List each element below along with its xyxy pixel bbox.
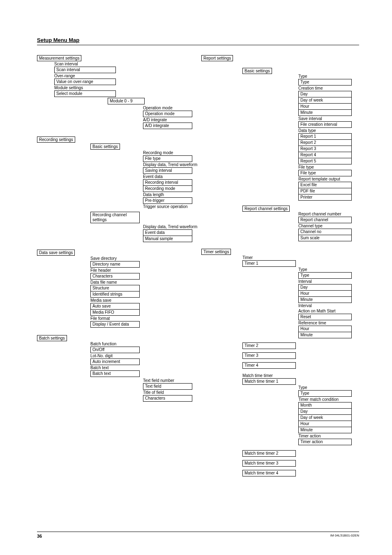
r-hour-box: Hour — [298, 104, 352, 110]
rch-no-box: Channel no — [298, 229, 352, 235]
r3-box: Report 3 — [298, 146, 352, 152]
t-action-label: Action on Math Start — [298, 308, 357, 314]
recording-basic-box: Basic settings — [90, 143, 120, 150]
t-type-label: Type — [298, 267, 357, 272]
t1-items: Type Type Interval Day Hour Minute Inter… — [298, 267, 357, 338]
timer-label: Timer — [242, 255, 357, 260]
r-saveint-label: Save interval — [298, 116, 357, 121]
recording-items: Recording mode File type Display data, T… — [143, 150, 201, 209]
report-basic-box: Basic settings — [242, 68, 272, 74]
t1-box: Timer 1 — [242, 260, 296, 267]
batch-items: Batch function On/Off Lot-No. digit Auto… — [90, 341, 201, 377]
m-action-label: Timer action — [298, 433, 357, 439]
m-dow-box: Day of week — [298, 415, 352, 421]
measurement-block: Scan interval Scan interval Over-range V… — [54, 61, 201, 97]
right-column: Report settings Basic settings Type Type… — [201, 55, 357, 476]
r5-box: Report 5 — [298, 158, 352, 164]
ch-disp-trend-label: Display data, Trend waveform — [143, 224, 201, 229]
recording-basic-wrap: Basic settings — [90, 144, 201, 149]
batch-fn-label: Batch function — [90, 341, 201, 347]
txt-field-box: Text field — [143, 383, 192, 390]
over-range-label: Over-range — [54, 73, 201, 79]
ident-box: Identified strings — [90, 291, 140, 298]
event-label: Event data — [143, 174, 201, 179]
m-month-box: Month — [298, 402, 352, 409]
r-ft-box: File type — [298, 170, 352, 176]
t-minute2-box: Minute — [298, 332, 352, 338]
ad-box: A/D integrate — [143, 123, 192, 129]
r-rto-label: Report template output — [298, 176, 357, 182]
save-int-box: Saving interval — [143, 167, 192, 174]
rec-int-box: Recording interval — [143, 179, 192, 186]
module-settings-label: Module settings — [54, 85, 201, 90]
columns: Measurement settings Scan interval Scan … — [37, 55, 359, 476]
characters-box: Characters — [90, 273, 140, 280]
t2-box: Timer 2 — [242, 342, 296, 349]
r-excel-box: Excel file — [298, 182, 352, 188]
select-module-box: Select module — [54, 90, 116, 97]
left-column: Measurement settings Scan interval Scan … — [37, 55, 201, 476]
file-header-label: File header — [90, 268, 201, 273]
r-pdf-box: PDF file — [298, 188, 352, 194]
recording-head: Recording settings — [37, 136, 75, 143]
chars-box: Characters — [143, 395, 192, 402]
r-creation-label: Creation time — [298, 86, 357, 91]
rch-sum-box: Sum scale — [298, 235, 352, 241]
m-type-box: Type — [298, 390, 352, 397]
file-type-box: File type — [143, 155, 192, 162]
onoff-box: On/Off — [90, 347, 140, 353]
t-reset-box: Reset — [298, 314, 352, 320]
timer-2-4: Timer 2 Timer 3 Timer 4 — [242, 342, 357, 369]
pre-trg-box: Pre-trigger — [143, 197, 192, 204]
report-basic-wrap: Basic settings — [242, 69, 357, 74]
m-type-label: Type — [298, 385, 357, 390]
auto-save-box: Auto save — [90, 303, 140, 310]
r-day-box: Day — [298, 91, 352, 97]
page-number: 36 — [37, 534, 42, 539]
value-over-range-box: Value on over-range — [54, 79, 116, 85]
r-type-box: Type — [298, 79, 352, 86]
title-rule — [37, 45, 359, 45]
mtt4-box: Match time timer 4 — [242, 470, 296, 476]
disp-trend-label: Display data, Trend waveform — [143, 162, 201, 167]
datasave-head: Data save settings — [37, 250, 75, 256]
r4-box: Report 4 — [298, 152, 352, 158]
m-day-box: Day — [298, 409, 352, 415]
ch-manual-box: Manual sample — [143, 236, 192, 242]
scan-interval-label: Scan interval — [54, 61, 201, 67]
mtt-top: Match time timer Match time timer 1 — [242, 373, 357, 385]
r-datatype-label: Data type — [298, 128, 357, 133]
t-hour-box: Hour — [298, 291, 352, 297]
mtt3-box: Match time timer 3 — [242, 460, 296, 467]
display-event-box: Display / Event data — [90, 321, 140, 328]
r-ft-label: File type — [298, 164, 357, 170]
datasave-items: Save directory Directory name File heade… — [90, 256, 201, 328]
rch-type-label: Channel type — [298, 223, 357, 229]
report-basic-items: Type Type Creation time Day Day of week … — [298, 74, 357, 201]
data-file-label: Data file name — [90, 280, 201, 285]
mtt2-box: Match time timer 2 — [242, 450, 296, 457]
txt-num-label: Text field number — [143, 378, 201, 383]
rch-items: Report channel number Report channel Cha… — [298, 211, 357, 241]
rch-box: Report channel settings — [242, 206, 290, 212]
rec-ch-wrap: Recording channel settings — [90, 212, 201, 223]
mtt-label: Match time timer — [242, 373, 357, 378]
op-mode-label: Operation mode — [143, 105, 201, 111]
rec-mode-box: Recording mode — [143, 186, 192, 192]
batch-head: Batch settings — [37, 335, 67, 341]
module-sub2: Operation mode Operation mode A/D integr… — [143, 105, 201, 129]
file-format-label: File format — [90, 316, 201, 321]
ad-label: A/D integrate — [143, 117, 201, 123]
t-hour2-box: Hour — [298, 326, 352, 332]
r-filecreate-box: File creation interval — [298, 121, 352, 128]
rch-wrap: Report channel settings — [242, 206, 357, 211]
mtt1-items: Type Type Timer match condition Month Da… — [298, 385, 357, 445]
lot-label: Lot-No. digit — [90, 353, 201, 358]
m-minute-box: Minute — [298, 427, 352, 433]
r-printer-box: Printer — [298, 194, 352, 201]
module-0-9: Module 0 - 9 — [108, 98, 145, 104]
t-ref-label: Reference time — [298, 320, 357, 326]
t-int2-label: Interval — [298, 303, 357, 308]
r-dow-box: Day of week — [298, 97, 352, 104]
t-minute-box: Minute — [298, 297, 352, 303]
